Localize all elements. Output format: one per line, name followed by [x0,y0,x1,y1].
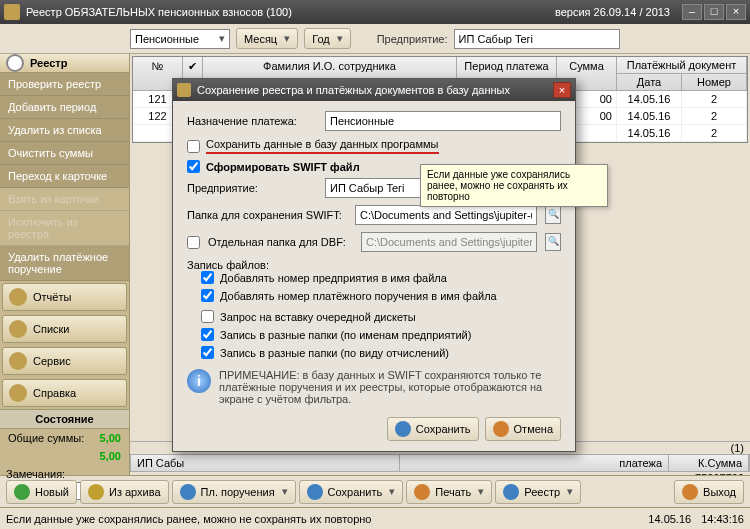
sidebar-header: Реестр [0,54,129,73]
col-paydoc[interactable]: Платёжный документ ДатаНомер [617,57,747,90]
total-label: Общие суммы: [8,432,84,444]
browse-dbf-button[interactable]: 🔍 [545,233,561,251]
new-icon [14,484,30,500]
exit-icon [682,484,698,500]
archive-button[interactable]: Из архива [80,480,169,504]
note-text: ПРИМЕЧАНИЕ: в базу данных и SWIFT сохран… [219,369,561,405]
dialog-save-button[interactable]: Сохранить [387,417,479,441]
swift-label: Сформировать SWIFT файл [206,161,360,173]
dbf-checkbox[interactable] [187,236,200,249]
sum-value: 75297706 [670,472,750,475]
orders-icon [180,484,196,500]
help-icon [9,384,27,402]
swift-checkbox[interactable] [187,160,200,173]
reports-button[interactable]: Отчёты [2,283,127,311]
lists-button[interactable]: Списки [2,315,127,343]
year-button[interactable]: Год [304,28,351,49]
total-value: 5,00 [100,432,121,444]
sidebar-item-disabled: Исключить из реестра [0,211,129,246]
maximize-button[interactable]: □ [704,4,724,20]
purpose-field[interactable] [325,111,561,131]
folder-label: Папка для сохранения SWIFT: [187,209,347,221]
tooltip: Если данные уже сохранялись ранее, можно… [420,164,608,207]
close-button[interactable]: × [726,4,746,20]
purpose-label: Назначение платежа: [187,115,317,127]
total-value-2: 5,00 [100,450,121,462]
sidebar-item[interactable]: Проверить реестр [0,73,129,96]
lists-icon [9,320,27,338]
remarks-label: Замечания: [6,468,65,480]
sidebar-item[interactable]: Удалить платёжное поручение [0,246,129,281]
opt2-checkbox[interactable] [201,289,214,302]
bottom-toolbar: Новый Из архива Пл. поручения Сохранить … [0,475,750,507]
info-icon: i [187,369,211,393]
registry-icon [6,54,24,72]
save-db-checkbox[interactable] [187,140,200,153]
sidebar-item[interactable]: Добавить период [0,96,129,119]
browse-button[interactable]: 🔍 [545,206,561,224]
opt5-checkbox[interactable] [201,346,214,359]
save-dialog: Сохранение реестра и платёжных документо… [172,78,576,452]
help-button[interactable]: Справка [2,379,127,407]
sidebar-item[interactable]: Очистить суммы [0,142,129,165]
type-combo-value: Пенсионные [135,33,199,45]
new-button[interactable]: Новый [6,480,77,504]
version-label: версия 26.09.14 / 2013 [555,6,670,18]
month-button[interactable]: Месяц [236,28,298,49]
dialog-titlebar[interactable]: Сохранение реестра и платёжных документо… [173,79,575,101]
sum-col: ИП Сабы [131,455,400,471]
save-icon [395,421,411,437]
reports-icon [9,288,27,306]
ent-label: Предприятие: [187,182,317,194]
print-icon [414,484,430,500]
print-button[interactable]: Печать [406,480,492,504]
opt3-checkbox[interactable] [201,310,214,323]
files-header: Запись файлов: [187,259,561,271]
service-icon [9,352,27,370]
save-db-label: Сохранить данные в базу данных программы [206,138,439,154]
dialog-cancel-button[interactable]: Отмена [485,417,561,441]
save-icon [307,484,323,500]
dialog-title: Сохранение реестра и платёжных документо… [197,84,553,96]
status-message: Если данные уже сохранялись ранее, можно… [6,513,372,525]
window-title: Реестр ОБЯЗАТЕЛЬНЫХ пенсионных взносов (… [26,6,555,18]
opt4-checkbox[interactable] [201,328,214,341]
state-header: Состояние [0,409,129,429]
status-bar: Если данные уже сохранялись ранее, можно… [0,507,750,529]
save-button[interactable]: Сохранить [299,480,404,504]
dbf-field [361,232,537,252]
window-titlebar: Реестр ОБЯЗАТЕЛЬНЫХ пенсионных взносов (… [0,0,750,24]
app-icon [4,4,20,20]
sum-col: К.Сумма [669,455,749,471]
folder-field[interactable] [355,205,537,225]
filter-toolbar: Пенсионные Месяц Год Предприятие: [0,24,750,54]
service-button[interactable]: Сервис [2,347,127,375]
dbf-label: Отдельная папка для DBF: [208,236,353,248]
type-combo[interactable]: Пенсионные [130,29,230,49]
status-date: 14.05.16 [648,513,691,525]
enterprise-label: Предприятие: [377,33,448,45]
sidebar-item[interactable]: Переход к карточке [0,165,129,188]
opt1-checkbox[interactable] [201,271,214,284]
minimize-button[interactable]: – [682,4,702,20]
enterprise-field[interactable] [454,29,620,49]
dialog-icon [177,83,191,97]
orders-button[interactable]: Пл. поручения [172,480,296,504]
status-time: 14:43:16 [701,513,744,525]
sum-col: платежа [400,455,669,471]
registry-button[interactable]: Реестр [495,480,581,504]
cancel-icon [493,421,509,437]
sidebar: Реестр Проверить реестр Добавить период … [0,54,130,475]
archive-icon [88,484,104,500]
sidebar-item[interactable]: Удалить из списка [0,119,129,142]
exit-button[interactable]: Выход [674,480,744,504]
dialog-close-button[interactable]: × [553,82,571,98]
registry-icon [503,484,519,500]
sidebar-item-disabled: Взять из карточки [0,188,129,211]
